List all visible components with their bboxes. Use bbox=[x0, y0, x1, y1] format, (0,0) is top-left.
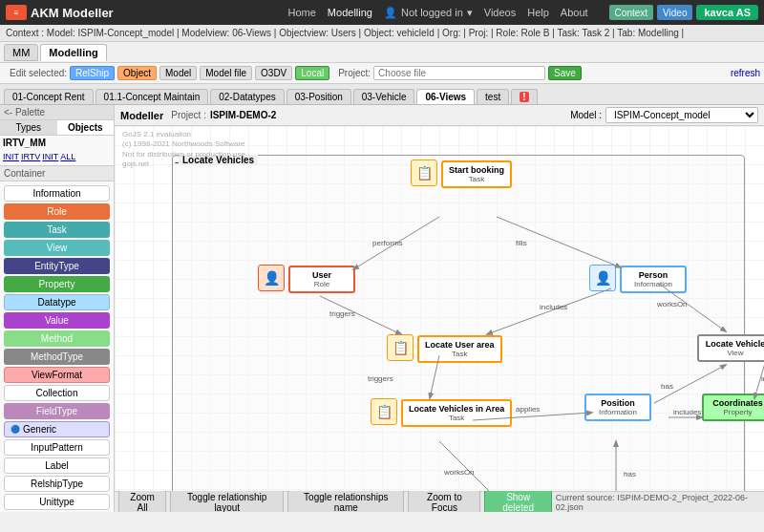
user-box: User Role bbox=[288, 266, 355, 293]
kavca-badge: kavca AS bbox=[696, 5, 758, 20]
model-select[interactable]: ISPIM-Concept_model bbox=[605, 107, 758, 123]
nav-user[interactable]: 👤 Not logged in ▾ bbox=[384, 7, 473, 19]
palette-back[interactable]: <- Palette bbox=[0, 105, 114, 120]
position-title: Position bbox=[592, 398, 644, 408]
toolbar: Edit selected: RelShip Object Model Mode… bbox=[0, 63, 764, 84]
sidebar-item-methodtype[interactable]: MethodType bbox=[4, 349, 110, 365]
toggle-rel-btn[interactable]: Toggle relationship layout bbox=[170, 490, 284, 513]
model-btn[interactable]: Model bbox=[159, 66, 197, 80]
node-locate-vehicle[interactable]: Locate Vehicle View bbox=[697, 334, 764, 362]
sidebar-item-task[interactable]: Task bbox=[4, 222, 110, 238]
sidebar-tab-types[interactable]: Types bbox=[0, 120, 57, 135]
gojs-watermark: GoJS 2.1 evaluation (c) 1998-2021 Northw… bbox=[122, 130, 245, 170]
coordinates-box: Coordinates Property bbox=[702, 394, 764, 421]
video-button[interactable]: Video bbox=[657, 5, 692, 20]
user-label: Not logged in bbox=[401, 7, 463, 18]
sidebar-item-unittype[interactable]: Unittype bbox=[4, 494, 110, 510]
nav-modelling[interactable]: Modelling bbox=[328, 7, 372, 18]
init-init[interactable]: INIT bbox=[3, 152, 19, 161]
node-start-booking[interactable]: 📋 Start booking Task bbox=[411, 160, 512, 188]
project-value: ISPIM-DEMO-2 bbox=[210, 110, 276, 120]
project-label: Project : bbox=[171, 110, 206, 120]
label-fills: fills bbox=[516, 239, 527, 247]
locate-vehicles-title: Locate Vehicles in Area bbox=[409, 404, 504, 414]
diagram-canvas[interactable]: GoJS 2.1 evaluation (c) 1998-2021 Northw… bbox=[115, 126, 764, 491]
object-tabs: 01-Concept Rent 01.1-Concept Maintain 02… bbox=[0, 84, 764, 105]
zoom-focus-btn[interactable]: Zoom to Focus bbox=[408, 490, 480, 513]
sidebar-item-entitytype[interactable]: EntityType bbox=[4, 258, 110, 274]
context-button[interactable]: Context bbox=[609, 5, 653, 20]
coordinates-type: Property bbox=[710, 408, 764, 416]
sidebar-tab-objects[interactable]: Objects bbox=[57, 120, 115, 135]
tab-datatypes[interactable]: 02-Datatypes bbox=[210, 89, 284, 104]
start-booking-type: Task bbox=[449, 175, 504, 183]
user-title: User bbox=[296, 270, 348, 280]
node-locate-user-area[interactable]: 📋 Locate User area Task bbox=[387, 334, 502, 363]
tab-concept-rent[interactable]: 01-Concept Rent bbox=[4, 89, 94, 104]
o3dv-btn[interactable]: O3DV bbox=[255, 66, 292, 80]
sidebar-item-value[interactable]: Value bbox=[4, 312, 110, 329]
dropdown-icon: ▾ bbox=[467, 7, 473, 19]
person-icon: 👤 bbox=[589, 265, 616, 291]
local-btn[interactable]: Local bbox=[295, 66, 329, 80]
nav-help[interactable]: Help bbox=[527, 7, 549, 18]
nav-videos[interactable]: Videos bbox=[484, 7, 516, 18]
label-has3: has bbox=[624, 470, 636, 479]
sidebar-item-datatype[interactable]: Datatype bbox=[4, 294, 110, 310]
save-btn[interactable]: Save bbox=[548, 66, 582, 80]
nav-about[interactable]: About bbox=[561, 7, 588, 18]
node-person[interactable]: 👤 Person Information bbox=[589, 265, 687, 293]
file-input[interactable] bbox=[373, 66, 545, 80]
tab-test[interactable]: test bbox=[477, 89, 509, 104]
sidebar-tabs: Types Objects bbox=[0, 120, 114, 136]
locate-user-title: Locate User area bbox=[425, 340, 495, 350]
sidebar-item-fieldtype[interactable]: FieldType bbox=[4, 403, 110, 419]
nav-home[interactable]: Home bbox=[288, 7, 316, 18]
tab-concept-maintain[interactable]: 01.1-Concept Maintain bbox=[96, 89, 209, 104]
show-deleted-btn[interactable]: Show deleted bbox=[484, 490, 551, 513]
start-booking-box: Start booking Task bbox=[441, 160, 512, 188]
modeller-model: Model : ISPIM-Concept_model bbox=[570, 107, 758, 123]
sidebar-item-property[interactable]: Property bbox=[4, 276, 110, 292]
label-applies: applies bbox=[516, 405, 540, 414]
sidebar-item-relshiptype[interactable]: RelshipType bbox=[4, 476, 110, 492]
sidebar-item-information[interactable]: Information bbox=[4, 185, 110, 202]
group-locate-vehicles: − Locate Vehicles bbox=[172, 155, 745, 491]
equinor-logo: ≡ bbox=[6, 5, 27, 20]
sidebar-item-collection[interactable]: Collection bbox=[4, 385, 110, 401]
init-irtv[interactable]: IRTV bbox=[21, 152, 40, 161]
sidebar-item-view[interactable]: View bbox=[4, 240, 110, 256]
modeller-title: Modeller bbox=[120, 110, 163, 121]
status-text: Current source: ISPIM-DEMO-2_Project_202… bbox=[556, 493, 760, 512]
top-navbar: ≡ AKM Modeller Home Modelling 👤 Not logg… bbox=[0, 0, 764, 25]
tab-vehicle[interactable]: 03-Vehicle bbox=[353, 89, 415, 104]
sidebar-item-label[interactable]: Label bbox=[4, 458, 110, 474]
tab-position[interactable]: 03-Position bbox=[286, 89, 351, 104]
position-box: Position Information bbox=[584, 394, 651, 421]
node-user[interactable]: 👤 User Role bbox=[258, 265, 355, 293]
tab-06-views[interactable]: 06-Views bbox=[416, 89, 475, 104]
init-init2[interactable]: INIT bbox=[42, 152, 58, 161]
modelfile-btn[interactable]: Model file bbox=[200, 66, 252, 80]
node-locate-vehicles-area[interactable]: 📋 Locate Vehicles in Area Task bbox=[371, 398, 512, 427]
user-icon: 👤 bbox=[258, 265, 285, 291]
sidebar-item-method[interactable]: Method bbox=[4, 330, 110, 347]
object-btn[interactable]: Object bbox=[117, 66, 157, 80]
refresh-link[interactable]: refresh bbox=[731, 68, 760, 78]
sidebar-item-viewformat[interactable]: ViewFormat bbox=[4, 367, 110, 383]
relship-btn[interactable]: RelShip bbox=[70, 66, 115, 80]
locate-user-type: Task bbox=[425, 350, 495, 358]
tab-red[interactable]: ! bbox=[511, 89, 537, 104]
sidebar-item-role[interactable]: Role bbox=[4, 203, 110, 220]
sidebar-inits: INIT IRTV INIT ALL bbox=[0, 150, 114, 163]
init-all[interactable]: ALL bbox=[60, 152, 75, 161]
node-coordinates[interactable]: Coordinates Property bbox=[702, 394, 764, 421]
zoom-all-btn[interactable]: Zoom All bbox=[118, 490, 166, 513]
toggle-names-btn[interactable]: Toggle relationships name bbox=[287, 490, 404, 513]
tab-mm[interactable]: MM bbox=[4, 44, 38, 61]
sidebar-item-generic[interactable]: 🔵 Generic bbox=[4, 421, 110, 437]
tab-modelling[interactable]: Modelling bbox=[40, 44, 106, 61]
node-position[interactable]: Position Information bbox=[584, 394, 651, 421]
generic-icon: 🔵 bbox=[11, 425, 20, 434]
sidebar-item-inputpattern[interactable]: InputPattern bbox=[4, 439, 110, 456]
